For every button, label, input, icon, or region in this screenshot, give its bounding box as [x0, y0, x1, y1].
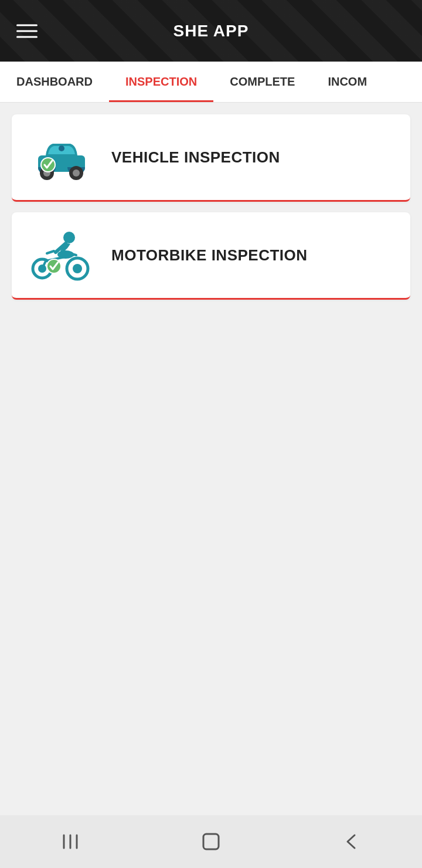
tab-bar: DASHBOARD INSPECTION COMPLETE INCOM — [0, 62, 422, 103]
tab-dashboard[interactable]: DASHBOARD — [0, 62, 109, 102]
svg-point-5 — [59, 145, 64, 151]
motorbike-inspection-card[interactable]: MOTORBIKE INSPECTION — [12, 212, 410, 300]
home-button[interactable] — [188, 824, 234, 859]
svg-point-18 — [38, 265, 46, 273]
vehicle-inspection-label: VEHICLE INSPECTION — [111, 148, 280, 167]
recent-apps-button[interactable] — [47, 824, 94, 859]
svg-point-16 — [73, 264, 82, 273]
motorbike-inspection-icon — [29, 229, 94, 282]
motorbike-inspection-label: MOTORBIKE INSPECTION — [111, 246, 308, 265]
svg-line-13 — [47, 251, 54, 253]
tab-incomplete[interactable]: INCOM — [311, 62, 383, 102]
tab-complete[interactable]: COMPLETE — [213, 62, 311, 102]
hamburger-button[interactable] — [16, 24, 38, 38]
svg-point-14 — [57, 250, 74, 259]
app-title: SHE APP — [173, 22, 249, 40]
tab-inspection[interactable]: INSPECTION — [109, 62, 213, 102]
svg-point-8 — [63, 232, 75, 243]
main-content: VEHICLE INSPECTION — [0, 103, 422, 815]
svg-rect-24 — [203, 834, 219, 849]
svg-point-4 — [73, 169, 80, 177]
vehicle-inspection-icon — [29, 131, 94, 184]
back-button[interactable] — [328, 824, 375, 859]
vehicle-inspection-card[interactable]: VEHICLE INSPECTION — [12, 114, 410, 202]
bottom-nav — [0, 815, 422, 868]
app-header: SHE APP — [0, 0, 422, 62]
